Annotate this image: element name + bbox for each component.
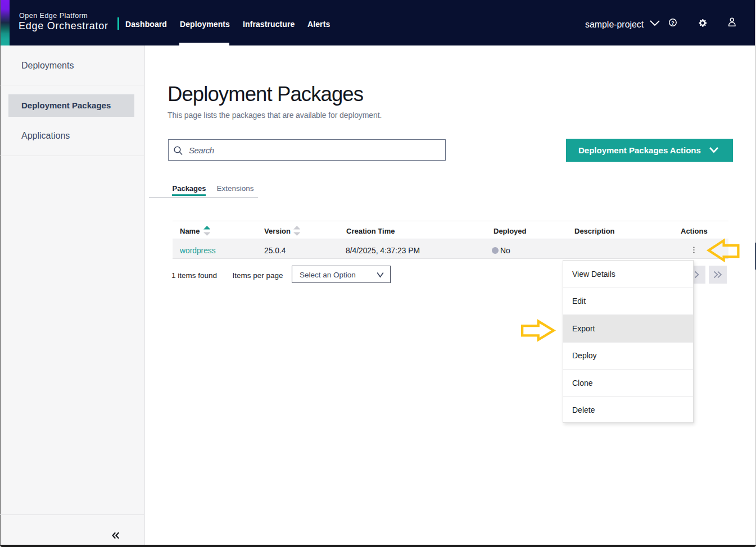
svg-text:?: ? xyxy=(671,20,674,26)
